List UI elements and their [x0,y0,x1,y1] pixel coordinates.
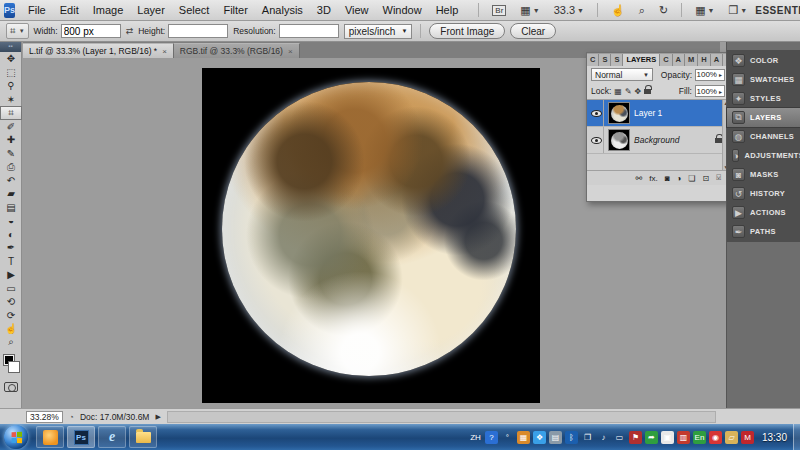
opacity-field[interactable]: 100% ▸ [695,69,725,81]
language-indicator-zh[interactable]: ZH [469,431,482,444]
taskbar-app-explorer[interactable] [129,426,157,448]
close-icon[interactable]: × [288,47,293,56]
layer-row-layer1[interactable]: Layer 1 [587,100,729,127]
clear-button[interactable]: Clear [510,23,556,39]
SWATCHES[interactable]: ▦ SWATCHES [727,70,800,89]
fill-field[interactable]: 100% ▸ [695,85,725,97]
menu-item[interactable]: Filter [216,2,254,18]
history-brush-tool[interactable]: ↶ [0,174,22,188]
lock-transparency-icon[interactable]: ▦ [614,87,622,96]
windows-flag-icon[interactable]: ❖ [533,431,546,444]
healing-brush-tool[interactable]: ✚ [0,133,22,147]
help-icon[interactable]: ? [485,431,498,444]
panel-tab[interactable]: A [711,54,723,66]
layer-row-background[interactable]: Background [587,127,729,154]
zoom-tool-button[interactable]: ⌕ [635,2,649,19]
ADJUSTMENTS[interactable]: ◑ ADJUSTMENTS [727,146,800,165]
lock-all-icon[interactable] [644,89,651,94]
visibility-eye-icon[interactable] [591,137,602,144]
hand-tool[interactable]: ☝ [0,322,22,336]
app-grid-icon[interactable]: ▦ [517,431,530,444]
blend-mode-dropdown[interactable]: Normal ▼ [591,68,653,81]
zoom-level-control[interactable]: 33.3▼ [550,2,588,18]
layer-style-icon[interactable]: fx. [649,174,657,183]
swap-dimensions-icon[interactable]: ⇄ [126,26,134,36]
tray-folder-icon[interactable]: ▱ [725,431,738,444]
lock-position-icon[interactable]: ✥ [635,87,642,96]
panel-tab[interactable]: S [611,54,623,66]
CHANNELS[interactable]: ◍ CHANNELS [727,127,800,146]
lock-pixels-icon[interactable]: ✎ [625,87,632,96]
volume-icon[interactable]: ♪ [597,431,610,444]
move-tool[interactable]: ✥ [0,52,22,66]
start-button[interactable] [4,425,28,449]
language-indicator-en[interactable]: En [693,431,706,444]
visibility-eye-icon[interactable] [591,110,602,117]
quick-mask-button[interactable] [4,382,18,392]
link-layers-icon[interactable]: ⚯ [635,174,642,183]
window-icon[interactable]: ❐ [581,431,594,444]
layer-thumbnail[interactable] [608,129,630,151]
taskbar-app-photoshop[interactable]: Ps [67,426,95,448]
menu-item[interactable]: File [21,2,53,18]
3d-rotate-tool[interactable]: ⟲ [0,295,22,309]
panel-grip[interactable]: ▪▪ [0,42,21,52]
brush-tool[interactable]: ✎ [0,147,22,161]
taskbar-app-internet-explorer[interactable]: e [98,426,126,448]
dodge-tool[interactable]: ◐ [0,228,22,242]
COLOR[interactable]: ❖ COLOR [727,51,800,70]
moon-image[interactable] [202,68,540,403]
menu-item[interactable]: Edit [53,2,86,18]
delete-layer-icon[interactable]: ⍌ [716,173,721,183]
rotate-view-button[interactable]: ↻ [655,2,672,19]
arrange-documents-button[interactable]: ▦▼ [691,2,718,19]
m-app-icon[interactable]: M [741,431,754,444]
menu-item[interactable]: View [338,2,376,18]
panel-tab[interactable]: A [673,54,685,66]
type-tool[interactable]: T [0,255,22,269]
width-input[interactable] [61,24,121,38]
shape-tool[interactable]: ▭ [0,282,22,296]
screen-mode-button[interactable]: ❒▼ [724,2,751,19]
panel-tab[interactable]: H [698,54,710,66]
photoshop-logo[interactable]: Ps [4,3,15,18]
adjustment-layer-icon[interactable]: ◑ [676,174,681,183]
background-color-swatch[interactable] [8,361,20,373]
3d-orbit-tool[interactable]: ⟳ [0,309,22,323]
status-menu-arrow-icon[interactable]: ▶ [155,413,160,421]
antivirus-icon[interactable]: ◉ [709,431,722,444]
blur-tool[interactable]: ◒ [0,214,22,228]
eyedropper-tool[interactable]: ✐ [0,120,22,134]
document-tab-active[interactable]: L.tif @ 33.3% (Layer 1, RGB/16) * × [23,43,174,58]
quick-selection-tool[interactable]: ✶ [0,93,22,107]
eraser-tool[interactable]: ▰ [0,187,22,201]
panel-tab[interactable]: M [685,54,698,66]
menu-item[interactable]: Select [172,2,217,18]
STYLES[interactable]: ✦ STYLES [727,89,800,108]
menu-item[interactable]: 3D [310,2,338,18]
path-selection-tool[interactable]: ▶ [0,268,22,282]
marquee-tool[interactable]: ⬚ [0,66,22,80]
crop-tool[interactable]: ⌗ [0,106,22,120]
ACTIONS[interactable]: ▶ ACTIONS [727,203,800,222]
taskbar-clock[interactable]: 13:30 [762,432,787,443]
panel-tab[interactable]: C [587,54,599,66]
tool-preset-picker[interactable]: ⌗ ▼ [6,23,29,39]
zoom-percent-field[interactable]: 33.28% [26,411,63,423]
resolution-unit-dropdown[interactable]: pixels/inch ▼ [344,24,413,39]
menu-item[interactable]: Layer [130,2,172,18]
panel-tab[interactable]: C [660,54,672,66]
tray-app-white-icon[interactable]: ▣ [661,431,674,444]
pen-tool[interactable]: ✒ [0,241,22,255]
HISTORY[interactable]: ↺ HISTORY [727,184,800,203]
MASKS[interactable]: ◙ MASKS [727,165,800,184]
bluetooth-icon[interactable]: ᛒ [565,431,578,444]
PATHS[interactable]: ✒ PATHS [727,222,800,241]
close-icon[interactable]: × [162,47,167,56]
taskbar-app-orange[interactable] [36,426,64,448]
menu-item[interactable]: Window [376,2,429,18]
clone-stamp-tool[interactable]: ⎙ [0,160,22,174]
updater-icon[interactable]: ° [501,431,514,444]
view-extras-button[interactable]: ▦▼ [516,2,543,19]
menu-item[interactable]: Help [429,2,466,18]
